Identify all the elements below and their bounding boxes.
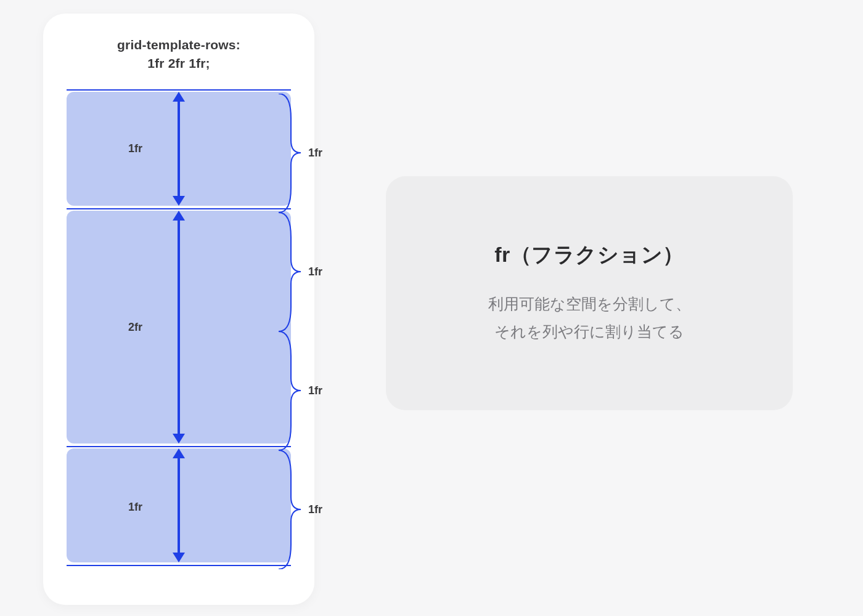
fraction-label-3: 1fr [308, 384, 322, 397]
grid-line-3 [67, 565, 291, 566]
info-title: fr（フラクション） [494, 241, 684, 269]
arrowhead-down-icon [173, 553, 185, 562]
grid-line-1 [67, 208, 291, 209]
grid-illustration: 1fr 2fr 1fr [67, 89, 291, 565]
arrow-row-3 [173, 448, 185, 562]
info-body: 利用可能な空間を分割して、 それを列や行に割り当てる [488, 290, 691, 346]
row-label-1: 1fr [128, 142, 142, 155]
arrow-row-2 [173, 211, 185, 444]
arrowhead-down-icon [173, 196, 185, 206]
arrowhead-up-icon [173, 211, 185, 221]
row-label-3: 1fr [128, 501, 142, 514]
bracket-zone: 1fr 1fr 1fr 1fr [277, 94, 339, 569]
arrow-row-1 [173, 92, 185, 206]
arrowhead-down-icon [173, 434, 185, 444]
arrowhead-up-icon [173, 92, 185, 102]
fraction-label-2: 1fr [308, 265, 322, 278]
heading-line-2: 1fr 2fr 1fr; [147, 56, 210, 70]
grid-line-0 [67, 89, 291, 91]
heading-line-1: grid-template-rows: [117, 38, 240, 52]
panel-heading: grid-template-rows: 1fr 2fr 1fr; [67, 36, 291, 73]
info-card: fr（フラクション） 利用可能な空間を分割して、 それを列や行に割り当てる [386, 176, 793, 410]
info-line-1: 利用可能な空間を分割して、 [488, 295, 691, 312]
fraction-label-4: 1fr [308, 503, 322, 516]
info-line-2: それを列や行に割り当てる [494, 323, 684, 340]
brace-icon [277, 94, 302, 569]
fraction-label-1: 1fr [308, 147, 322, 160]
grid-line-2 [67, 446, 291, 447]
row-label-2: 2fr [128, 321, 142, 334]
diagram-panel: grid-template-rows: 1fr 2fr 1fr; 1fr 2fr [43, 14, 314, 605]
arrowhead-up-icon [173, 448, 185, 458]
